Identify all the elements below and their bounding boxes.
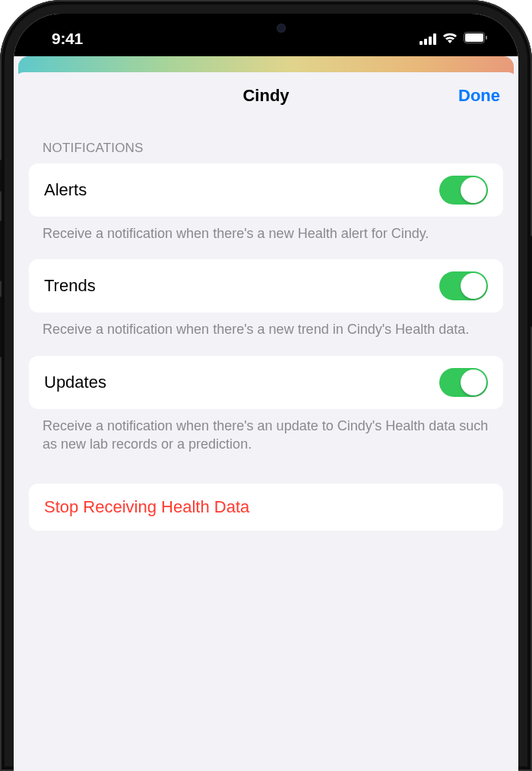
nav-bar: Cindy Done	[14, 72, 518, 119]
wifi-icon	[442, 31, 458, 46]
notifications-section-header: NOTIFICATIONS	[29, 119, 503, 163]
updates-label: Updates	[44, 373, 106, 392]
front-camera-icon	[277, 24, 286, 33]
alerts-footer: Receive a notification when there's a ne…	[29, 217, 503, 259]
done-button[interactable]: Done	[458, 86, 500, 106]
updates-cell: Updates	[29, 356, 503, 409]
status-icons	[420, 31, 488, 46]
toggle-knob	[461, 177, 486, 203]
cellular-signal-icon	[420, 33, 436, 45]
phone-screen: 9:41	[14, 14, 518, 771]
phone-frame: 9:41	[0, 0, 532, 771]
notch	[186, 14, 346, 43]
svg-rect-2	[486, 36, 487, 40]
alerts-toggle[interactable]	[439, 176, 488, 205]
trends-label: Trends	[44, 276, 96, 296]
stop-receiving-label: Stop Receiving Health Data	[44, 497, 488, 517]
trends-cell: Trends	[29, 259, 503, 313]
stop-receiving-button[interactable]: Stop Receiving Health Data	[29, 484, 503, 531]
updates-toggle[interactable]	[439, 368, 488, 397]
page-title: Cindy	[242, 86, 289, 106]
updates-footer: Receive a notification when there's an u…	[29, 409, 503, 471]
settings-sheet: Cindy Done NOTIFICATIONS Alerts Receive …	[14, 72, 518, 771]
volume-down-button	[0, 297, 2, 357]
alerts-cell: Alerts	[29, 163, 503, 217]
toggle-knob	[461, 273, 486, 299]
alerts-label: Alerts	[44, 180, 87, 200]
status-time: 9:41	[52, 30, 83, 48]
silent-switch	[0, 160, 2, 192]
content-area: NOTIFICATIONS Alerts Receive a notificat…	[14, 119, 518, 531]
volume-up-button	[0, 221, 2, 281]
trends-footer: Receive a notification when there's a ne…	[29, 313, 503, 355]
trends-toggle[interactable]	[439, 271, 488, 300]
toggle-knob	[461, 370, 486, 395]
svg-rect-1	[465, 33, 483, 42]
battery-icon	[464, 32, 488, 46]
